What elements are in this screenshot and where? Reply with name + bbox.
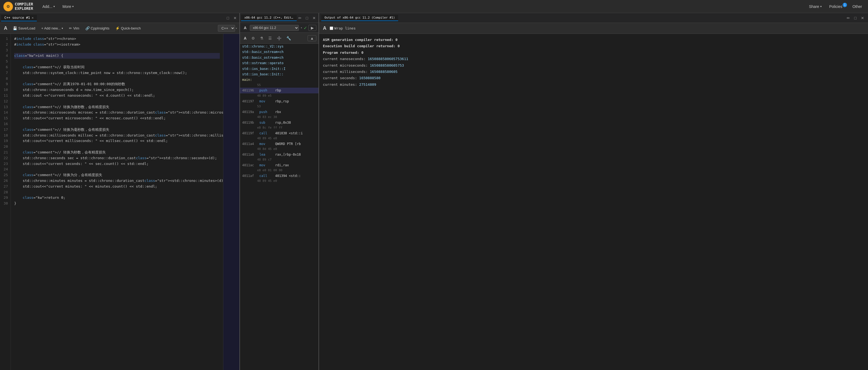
asm-instruction-row: 40119fcall401030 <std::i (240, 131, 318, 136)
vim-button[interactable]: ✏ Vim (67, 25, 81, 31)
wrap-lines-label[interactable]: Wrap lines (330, 26, 355, 30)
wrap-lines-checkbox[interactable] (330, 27, 333, 30)
asm-filter-button[interactable]: ⚗ (258, 35, 265, 41)
editor-close-button[interactable]: ✕ (232, 15, 238, 21)
asm-line: std::ostream::operato (240, 60, 318, 66)
compiler-select[interactable]: x86-64 gcc 11.2 (250, 25, 299, 31)
compile-status-ok: ✓ (304, 25, 307, 31)
compiler-chevron-icon: ▾ (301, 26, 302, 29)
compile-run-button[interactable]: ▶ (308, 25, 316, 31)
add-menu-button[interactable]: Add... ▾ (39, 3, 58, 10)
output-toolbar: A Wrap lines (319, 23, 868, 34)
asm-settings-button[interactable]: ⚙ (250, 35, 257, 41)
asm-close-button[interactable]: ✕ (311, 15, 317, 21)
top-nav: ⚙ COMPILER EXPLORER Add... ▾ More ▾ Shar… (0, 0, 868, 13)
asm-layout-button[interactable]: ☰ (267, 35, 274, 41)
more-menu-button[interactable]: More ▾ (60, 3, 76, 10)
output-tab-label: Output of x86-64 gcc 11.2 (Compiler #1) (324, 16, 395, 19)
asm-nav-up[interactable]: ▲ (308, 35, 316, 41)
editor-tab-bar: C++ source #1 ✕ □ ✕ (0, 13, 240, 23)
code-line: std::cout<<"current minutes: " << minute… (14, 184, 220, 190)
output-font-button[interactable]: A (321, 25, 328, 32)
code-content[interactable]: #include class="str"><chrono>#include cl… (11, 34, 223, 370)
asm-bytes-line: 55 (240, 83, 318, 88)
output-line: current microseconds: 1650888580605753 (323, 62, 864, 68)
code-line: std::chrono::system_clock::time_point no… (14, 70, 220, 76)
vim-icon: ✏ (69, 26, 72, 30)
code-line: std::cout <<"current nanoseconds: " << d… (14, 93, 220, 98)
main-area: C++ source #1 ✕ □ ✕ A 💾 Save/Load + Add … (0, 13, 868, 370)
output-line: current nanoseconds: 1650888580605753611 (323, 56, 864, 62)
code-line: std::chrono::milliseconds millsec = std:… (14, 133, 220, 138)
svg-text:⚙: ⚙ (7, 3, 10, 9)
asm-instruction-row: 401196pushrbp (240, 88, 318, 93)
asm-font-size-button[interactable]: A (242, 35, 248, 41)
asm-main-label: main: (240, 77, 318, 82)
output-line: current milliseconds: 1650888580605 (323, 68, 864, 75)
output-content: ASM generation compiler returned: 0Execu… (319, 34, 868, 370)
asm-instruction-row: 40119apushrbx (240, 109, 318, 115)
code-line: class="comment">// 转换为微秒数，会有精度损失 (14, 104, 220, 110)
output-panel: Output of x86-64 gcc 11.2 (Compiler #1) … (319, 13, 868, 370)
output-maximize-button[interactable]: □ (853, 15, 858, 21)
code-line: std::chrono::seconds sec = std::chrono::… (14, 155, 220, 161)
asm-bytes: 48 83 ec 38 (240, 115, 318, 120)
share-button[interactable]: Share ▾ (806, 3, 824, 10)
add-chevron-icon: ▾ (54, 5, 55, 8)
minimap (223, 34, 240, 370)
output-line: ASM generation compiler returned: 0 (323, 36, 864, 43)
editor-tab-cpp[interactable]: C++ source #1 ✕ (1, 15, 37, 21)
asm-wrench-button[interactable]: 🔧 (285, 35, 292, 41)
code-line: class="kw">int main() { (14, 53, 220, 59)
other-menu-button[interactable]: Other (850, 3, 865, 10)
asm-edit-button[interactable]: ✏ (297, 15, 303, 21)
output-close-button[interactable]: ✕ (859, 15, 866, 21)
save-load-button[interactable]: 💾 Save/Load (11, 25, 37, 31)
asm-bytes: 48 89 c7 (240, 157, 318, 163)
code-line (14, 59, 220, 64)
nav-right: Share ▾ Policies 1 ▾ Other (806, 3, 865, 10)
code-line: #include class="str"><chrono> (14, 36, 220, 42)
asm-bytes: 48 89 45 e0 (240, 178, 318, 184)
asm-tab-bar: x86-64 gcc 11.2 (C++, Editor #1, Compile… (240, 13, 318, 23)
editor-toolbar: A 💾 Save/Load + Add new... ▾ ✏ Vim 🔗 Cpp… (0, 23, 240, 34)
code-line: class="comment">// 距离1970-01-01 00:00:00… (14, 81, 220, 87)
font-size-button[interactable]: A (2, 25, 9, 32)
editor-maximize-button[interactable]: □ (225, 15, 231, 21)
quick-bench-button[interactable]: ⚡ Quick-bench (113, 25, 143, 31)
output-edit-button[interactable]: ✏ (845, 15, 851, 21)
policies-button[interactable]: Policies 1 ▾ (827, 3, 847, 10)
asm-tab[interactable]: x86-64 gcc 11.2 (C++, Editor #1, Compile… (241, 15, 297, 21)
notification-badge: 1 (843, 3, 847, 7)
language-select[interactable]: C++ (218, 25, 235, 32)
asm-instruction-row: 401197movrbp,rsp (240, 98, 318, 104)
more-chevron-icon: ▾ (72, 5, 74, 8)
code-line: std::cout<<"current seconds: " << sec.co… (14, 161, 220, 167)
logo-text: COMPILER EXPLORER (15, 2, 33, 11)
code-line (14, 167, 220, 172)
asm-content[interactable]: std::chrono::_V2::sysstd::basic_ostream<… (240, 44, 318, 370)
output-line: Execution build compiler returned: 0 (323, 43, 864, 49)
line-numbers: 1234567891011121314151617181920212223242… (0, 34, 11, 370)
asm-bytes: e8 e0 01 00 00 (240, 168, 318, 173)
output-panel-controls: ✏ □ ✕ (845, 15, 866, 21)
output-tab[interactable]: Output of x86-64 gcc 11.2 (Compiler #1) (321, 15, 398, 21)
code-line (14, 190, 220, 195)
editor-panel: C++ source #1 ✕ □ ✕ A 💾 Save/Load + Add … (0, 13, 240, 370)
asm-maximize-button[interactable]: □ (304, 15, 310, 21)
asm-instruction-row: 4011a8learax,[rbp-0x18 (240, 152, 318, 157)
cpp-insights-button[interactable]: 🔗 CppInsights (83, 25, 112, 31)
asm-font-button[interactable]: A (242, 25, 248, 31)
asm-bytes: 48 89 e5 (240, 93, 318, 98)
add-new-button[interactable]: + Add new... ▾ (39, 25, 65, 31)
share-chevron-icon: ▾ (820, 5, 822, 8)
output-line: current seconds: 1650888580 (323, 75, 864, 81)
quick-bench-icon: ⚡ (115, 26, 120, 30)
asm-bytes: 48 8d 45 e8 (240, 147, 318, 152)
asm-add-button[interactable]: ➕ (275, 35, 283, 41)
editor-tab-close[interactable]: ✕ (32, 16, 34, 20)
code-line: std::cout<<"current milliseconds: " << m… (14, 138, 220, 144)
add-new-chevron-icon: ▾ (62, 27, 63, 30)
code-line (14, 144, 220, 150)
code-line: class="comment">// 获取当前时间 (14, 64, 220, 70)
